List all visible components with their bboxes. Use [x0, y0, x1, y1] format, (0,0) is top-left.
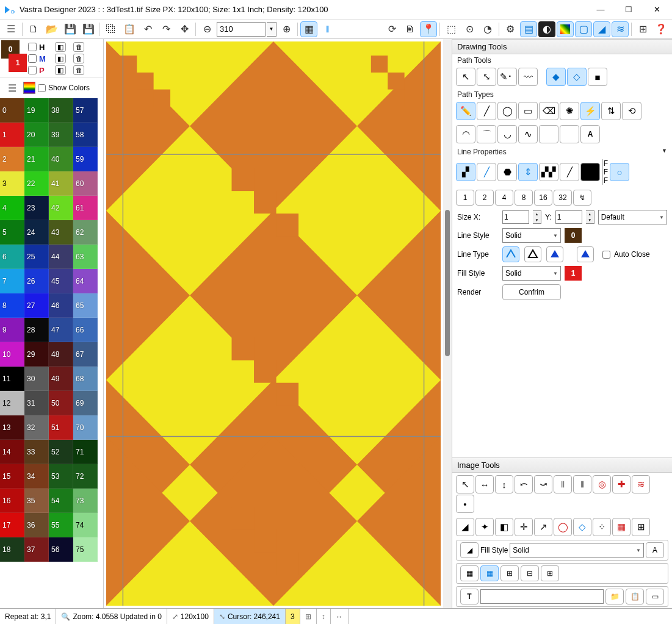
- thickness-1[interactable]: 1: [456, 190, 474, 206]
- copy-icon[interactable]: ⿻: [103, 21, 120, 37]
- palette-cell[interactable]: 44: [49, 245, 73, 269]
- design-canvas[interactable]: [106, 41, 441, 606]
- palette-cell[interactable]: 31: [24, 391, 49, 415]
- zoom-in-icon[interactable]: ⊕: [278, 21, 295, 37]
- palette-cell[interactable]: 74: [73, 513, 98, 537]
- grid-med-icon[interactable]: ▦: [480, 565, 499, 581]
- palette-cell[interactable]: 10: [0, 342, 24, 367]
- palette-cell[interactable]: 71: [73, 440, 98, 464]
- confirm-button[interactable]: Confrim: [502, 284, 561, 300]
- bucket-icon[interactable]: ◢: [593, 21, 610, 37]
- line-color-chip[interactable]: 0: [565, 228, 582, 243]
- palette-cell[interactable]: 37: [24, 537, 49, 562]
- secondary-swatch[interactable]: 1: [9, 54, 27, 72]
- palette-cell[interactable]: 3: [0, 171, 24, 196]
- spline-icon[interactable]: ゟ: [539, 125, 558, 143]
- refresh-icon[interactable]: ⟳: [383, 21, 400, 37]
- img-swap-icon[interactable]: ✦: [475, 518, 494, 536]
- palette-cell[interactable]: 57: [73, 98, 98, 123]
- stroke-circle-icon[interactable]: ○: [610, 163, 629, 181]
- palette-cell[interactable]: 38: [49, 98, 73, 123]
- line-type-fill-icon[interactable]: [546, 246, 563, 262]
- thickness-4[interactable]: 4: [495, 190, 513, 206]
- img-flipv-icon[interactable]: ⫴: [573, 475, 591, 493]
- grid-2x2-icon[interactable]: ⊞: [500, 565, 519, 581]
- spray-icon[interactable]: ✺: [560, 102, 579, 120]
- paste-icon[interactable]: 📋: [121, 21, 138, 37]
- ruler-icon[interactable]: ⦀: [319, 21, 336, 37]
- palette-cell[interactable]: 26: [24, 269, 49, 293]
- img-varrow-icon[interactable]: ↕: [495, 475, 513, 493]
- palette-cell[interactable]: 41: [49, 171, 73, 196]
- palette-cell[interactable]: 36: [24, 513, 49, 537]
- palette-cell[interactable]: 69: [73, 391, 98, 415]
- text-icon[interactable]: A: [580, 125, 600, 143]
- palette-cell[interactable]: 53: [49, 464, 73, 489]
- hamburger-icon[interactable]: ☰: [2, 21, 20, 37]
- dark-toggle-icon[interactable]: ◐: [538, 21, 555, 37]
- size-mode-select[interactable]: Default▼: [598, 210, 667, 224]
- palette-cell[interactable]: 52: [49, 440, 73, 464]
- palette-cell[interactable]: 75: [73, 537, 98, 562]
- palette-cell[interactable]: 28: [24, 318, 49, 342]
- frame-icon[interactable]: ▢: [575, 21, 592, 37]
- list-menu-icon[interactable]: ☰: [4, 80, 21, 96]
- hmp-edit-icon[interactable]: ◧: [55, 65, 66, 75]
- grid-dense-icon[interactable]: ▦: [460, 565, 479, 581]
- palette-cell[interactable]: 2: [0, 147, 24, 171]
- stroke-round-icon[interactable]: ⬣: [497, 163, 517, 181]
- palette-cell[interactable]: 49: [49, 367, 73, 391]
- move-icon[interactable]: ✥: [176, 21, 193, 37]
- play-icon[interactable]: ⊙: [461, 21, 478, 37]
- status-extra-1[interactable]: ⊞: [300, 609, 317, 624]
- zoom-out-icon[interactable]: ⊖: [198, 21, 215, 37]
- color-picker-icon[interactable]: [23, 82, 35, 94]
- palette-cell[interactable]: 65: [73, 293, 98, 318]
- palette-cell[interactable]: 12: [0, 391, 24, 415]
- palette-cell[interactable]: 29: [24, 342, 49, 367]
- palette-cell[interactable]: 35: [24, 489, 49, 513]
- palette-cell[interactable]: 70: [73, 415, 98, 440]
- palette-cell[interactable]: 15: [0, 464, 24, 489]
- palette-cell[interactable]: 8: [0, 293, 24, 318]
- img-fill-select[interactable]: Solid▼: [510, 543, 644, 558]
- palette-cell[interactable]: 66: [73, 318, 98, 342]
- clipboard-icon[interactable]: 📋: [626, 589, 644, 604]
- stop-icon[interactable]: ■: [588, 68, 607, 86]
- size-x-input[interactable]: [502, 210, 529, 224]
- palette-cell[interactable]: 0: [0, 98, 24, 123]
- stroke-thin-icon[interactable]: ╱: [560, 163, 579, 181]
- palette-cell[interactable]: 73: [73, 489, 98, 513]
- status-extra-2[interactable]: ↕: [317, 609, 331, 624]
- img-diamond-icon[interactable]: ◇: [573, 518, 591, 536]
- collapse-arrow-icon[interactable]: ▼: [662, 148, 667, 154]
- thickness-custom-icon[interactable]: ↯: [573, 190, 591, 206]
- select-area-icon[interactable]: ⬚: [443, 21, 460, 37]
- vertical-scrollbar[interactable]: [443, 39, 452, 608]
- palette-cell[interactable]: 59: [73, 147, 98, 171]
- palette-cell[interactable]: 46: [49, 293, 73, 318]
- layout-icon[interactable]: ⊞: [634, 21, 651, 37]
- text-input[interactable]: [480, 589, 604, 604]
- img-rotr-icon[interactable]: ⤻: [534, 475, 552, 493]
- palette-cell[interactable]: 25: [24, 245, 49, 269]
- stroke-fill-icon[interactable]: [580, 163, 600, 181]
- close-button[interactable]: ✕: [643, 0, 671, 20]
- img-pattern-icon[interactable]: ▦: [612, 518, 630, 536]
- text-tool-icon[interactable]: T: [460, 589, 479, 604]
- open-file-icon[interactable]: 📂: [43, 21, 60, 37]
- line-style-select[interactable]: Solid▼: [502, 228, 561, 243]
- palette-cell[interactable]: 19: [24, 98, 49, 123]
- fill-style-select[interactable]: Solid▼: [502, 266, 561, 281]
- img-target-icon[interactable]: ◎: [593, 475, 611, 493]
- thickness-16[interactable]: 16: [534, 190, 552, 206]
- palette-cell[interactable]: 55: [49, 513, 73, 537]
- layer-b-icon[interactable]: ◇: [567, 68, 587, 86]
- img-fill-a-button[interactable]: A: [646, 542, 664, 558]
- status-extra-3[interactable]: ↔: [331, 609, 349, 624]
- palette-cell[interactable]: 67: [73, 342, 98, 367]
- img-bucket-icon[interactable]: ◢: [456, 518, 474, 536]
- new-file-icon[interactable]: 🗋: [25, 21, 42, 37]
- size-x-spinner[interactable]: ▲▼: [533, 210, 541, 224]
- redo-icon[interactable]: ↷: [157, 21, 175, 37]
